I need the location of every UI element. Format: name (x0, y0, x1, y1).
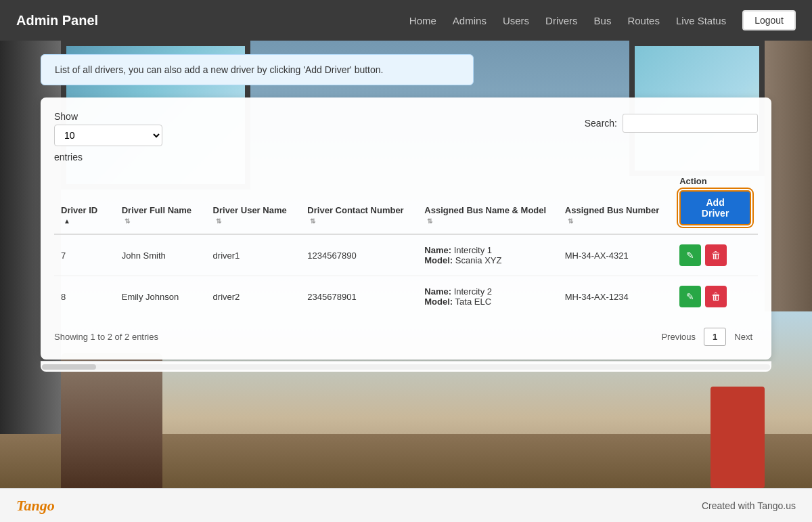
previous-button[interactable]: Previous (656, 328, 701, 345)
cell-contact: 1234567890 (300, 234, 418, 276)
sort-icon-fullname: ⇅ (125, 217, 130, 225)
table-container: Show 10 25 50 100 entries Search: Driver (41, 97, 771, 360)
col-contact: Driver Contact Number ⇅ (300, 168, 418, 234)
page-1-button[interactable]: 1 (704, 328, 726, 346)
scrollbar-area[interactable] (41, 361, 771, 372)
controls-row: Show 10 25 50 100 entries Search: (54, 111, 758, 162)
table-row: 8 Emily Johnson driver2 2345678901 Name:… (54, 276, 758, 318)
cell-username: driver2 (206, 276, 301, 318)
entries-label: entries (54, 152, 162, 162)
footer-logo: Tango (16, 497, 55, 515)
app-title: Admin Panel (16, 13, 98, 28)
col-username: Driver User Name ⇅ (206, 168, 301, 234)
cell-driver-id: 8 (54, 276, 115, 318)
nav-live-status[interactable]: Live Status (676, 15, 726, 26)
search-input[interactable] (623, 114, 758, 133)
col-action: Action Add Driver (673, 168, 758, 234)
search-section: Search: (585, 114, 758, 133)
cell-username: driver1 (206, 234, 301, 276)
cell-action: ✎ 🗑 (673, 234, 758, 276)
cell-full-name: John Smith (115, 234, 206, 276)
delete-button-1[interactable]: 🗑 (705, 286, 727, 307)
edit-button-0[interactable]: ✎ (679, 244, 701, 266)
header: Admin Panel Home Admins Users Drivers Bu… (0, 0, 812, 41)
cell-bus-info: Name: Intercity 2 Model: Tata ELC (418, 276, 558, 318)
logout-button[interactable]: Logout (742, 10, 796, 30)
add-driver-button[interactable]: Add Driver (679, 190, 751, 225)
info-banner: List of all drivers, you can also add a … (41, 54, 474, 85)
next-button[interactable]: Next (729, 328, 758, 345)
pagination-info: Showing 1 to 2 of 2 entries (54, 332, 158, 342)
scrollbar-track (42, 364, 770, 370)
cell-bus-number: MH-34-AX-1234 (558, 276, 673, 318)
sort-icon-bus-number: ⇅ (568, 217, 573, 225)
nav-admins[interactable]: Admins (453, 15, 487, 26)
sort-asc-icon: ▲ (64, 217, 70, 225)
col-bus-number: Assigned Bus Number ⇅ (558, 168, 673, 234)
nav-drivers[interactable]: Drivers (545, 15, 578, 26)
show-section: Show 10 25 50 100 entries (54, 111, 162, 162)
main-nav: Home Admins Users Drivers Bus Routes Liv… (409, 10, 796, 30)
nav-bus[interactable]: Bus (594, 15, 612, 26)
cell-full-name: Emily Johnson (115, 276, 206, 318)
table-body: 7 John Smith driver1 1234567890 Name: In… (54, 234, 758, 317)
cell-action: ✎ 🗑 (673, 276, 758, 318)
show-label: Show (54, 111, 162, 122)
show-entries-select[interactable]: 10 25 50 100 (54, 125, 162, 146)
footer-credit: Created with Tango.us (702, 500, 796, 511)
nav-home[interactable]: Home (409, 15, 436, 26)
cell-bus-number: MH-34-AX-4321 (558, 234, 673, 276)
search-label: Search: (585, 118, 617, 129)
footer: Tango Created with Tango.us (0, 488, 812, 522)
nav-users[interactable]: Users (503, 15, 529, 26)
cell-driver-id: 7 (54, 234, 115, 276)
table-row: 7 John Smith driver1 1234567890 Name: In… (54, 234, 758, 276)
bg-red-object (710, 387, 765, 488)
col-driver-id: Driver ID ▲ (54, 168, 115, 234)
col-full-name: Driver Full Name ⇅ (115, 168, 206, 234)
cell-contact: 2345678901 (300, 276, 418, 318)
sort-icon-username: ⇅ (216, 217, 221, 225)
scrollbar-thumb (42, 364, 96, 370)
pagination-controls: Previous 1 Next (656, 328, 758, 346)
sort-icon-contact: ⇅ (310, 217, 315, 225)
cell-bus-info: Name: Intercity 1 Model: Scania XYZ (418, 234, 558, 276)
table-header-row: Driver ID ▲ Driver Full Name ⇅ Driver Us… (54, 168, 758, 234)
sort-icon-bus-info: ⇅ (427, 217, 432, 225)
col-bus-info: Assigned Bus Name & Model ⇅ (418, 168, 558, 234)
pagination-row: Showing 1 to 2 of 2 entries Previous 1 N… (54, 328, 758, 346)
delete-button-0[interactable]: 🗑 (705, 244, 727, 266)
drivers-table: Driver ID ▲ Driver Full Name ⇅ Driver Us… (54, 168, 758, 317)
nav-routes[interactable]: Routes (627, 15, 660, 26)
action-col-label: Action (679, 176, 751, 186)
action-buttons-1: ✎ 🗑 (679, 286, 751, 307)
main-content: List of all drivers, you can also add a … (0, 41, 812, 385)
action-buttons-0: ✎ 🗑 (679, 244, 751, 266)
edit-button-1[interactable]: ✎ (679, 286, 701, 307)
